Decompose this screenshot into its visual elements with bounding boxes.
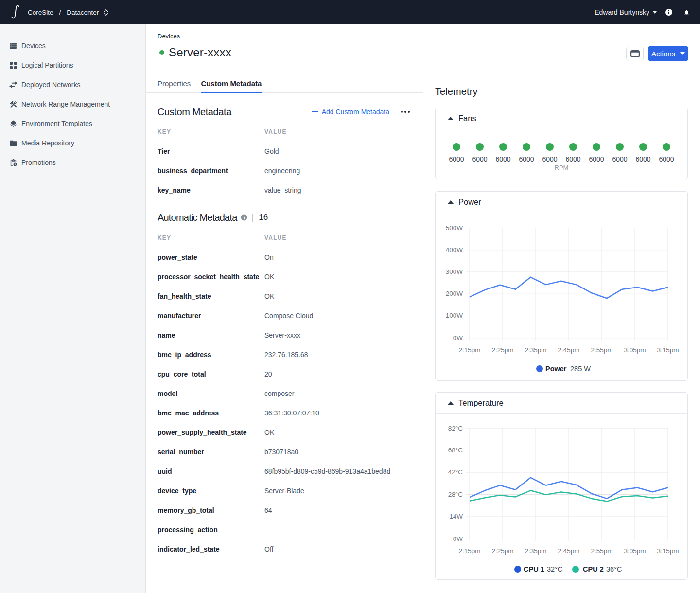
svg-text:82°C: 82°C [448,425,463,432]
svg-text:2:25pm: 2:25pm [491,346,513,354]
svg-text:3:05pm: 3:05pm [624,346,646,354]
svg-text:500W: 500W [446,224,463,232]
svg-text:285 W: 285 W [570,365,591,373]
svg-text:0W: 0W [453,334,463,341]
svg-text:32°C: 32°C [547,565,562,573]
svg-text:2:45pm: 2:45pm [558,346,579,354]
svg-text:CPU 1: CPU 1 [524,565,544,573]
svg-text:28°C: 28°C [448,491,463,498]
svg-text:2:35pm: 2:35pm [525,346,546,354]
svg-text:2:45pm: 2:45pm [558,547,579,555]
svg-text:2:15pm: 2:15pm [458,346,480,354]
svg-text:0W: 0W [453,535,463,542]
svg-text:100W: 100W [446,312,463,319]
svg-text:200W: 200W [446,290,463,297]
svg-text:2:25pm: 2:25pm [491,547,513,555]
svg-text:3:15pm: 3:15pm [657,346,679,354]
svg-text:36°C: 36°C [606,565,622,573]
svg-text:CPU 2: CPU 2 [583,565,604,573]
svg-text:Power: Power [545,365,567,373]
svg-text:300W: 300W [446,268,463,275]
svg-text:42°C: 42°C [448,468,463,476]
svg-text:2:55pm: 2:55pm [591,547,612,555]
svg-text:2:15pm: 2:15pm [458,547,480,555]
svg-text:14W: 14W [449,513,463,520]
svg-text:3:15pm: 3:15pm [657,547,679,555]
svg-text:2:35pm: 2:35pm [525,547,546,555]
svg-text:2:55pm: 2:55pm [591,346,612,354]
svg-text:400W: 400W [446,246,463,253]
svg-text:3:05pm: 3:05pm [624,547,646,555]
svg-text:68°C: 68°C [448,447,463,454]
